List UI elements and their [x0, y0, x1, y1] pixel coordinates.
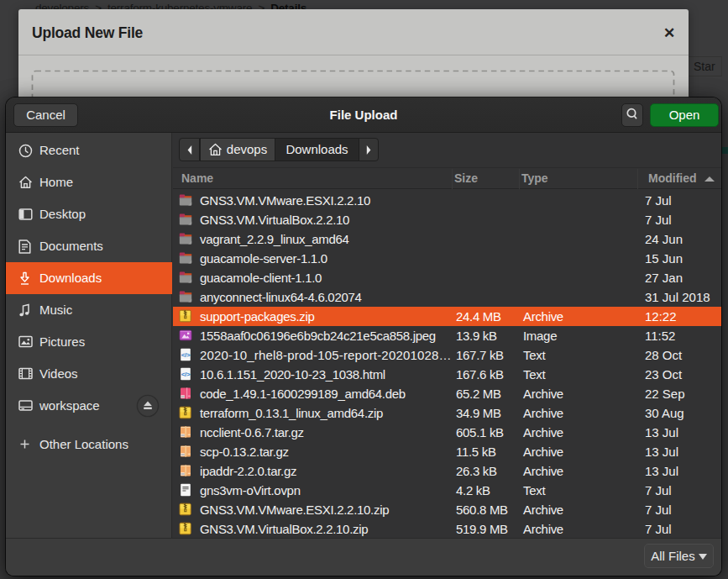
svg-text:</>: </> — [181, 370, 191, 377]
svg-text:</>: </> — [181, 350, 191, 358]
